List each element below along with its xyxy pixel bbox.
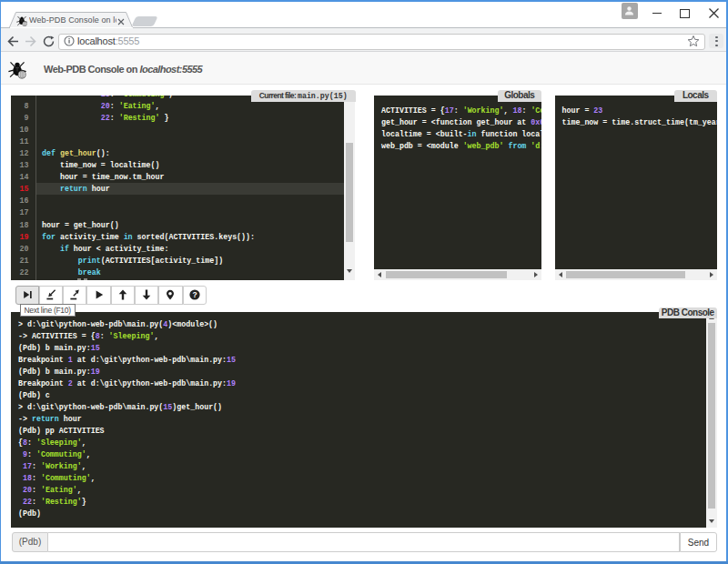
svg-text:?: ? (192, 290, 197, 299)
